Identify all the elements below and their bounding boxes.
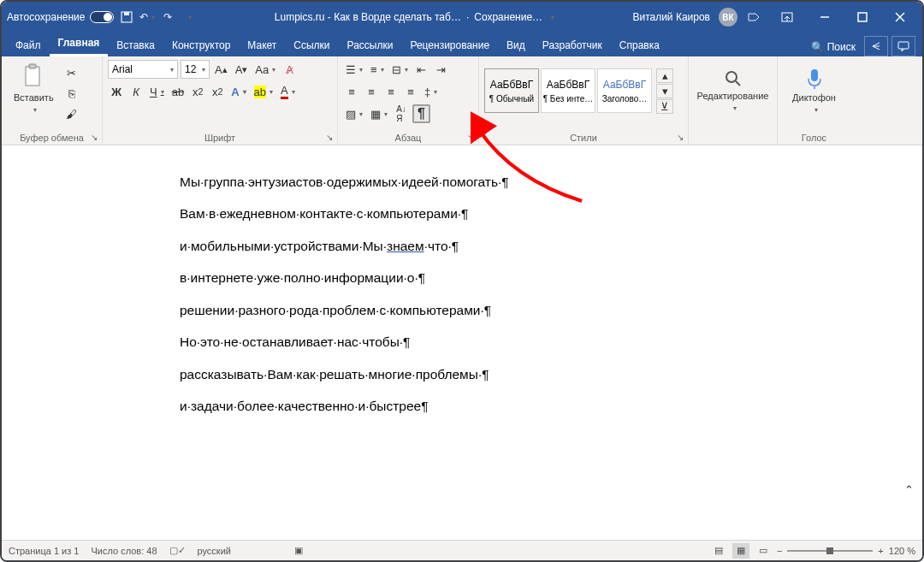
comments-button[interactable] (891, 36, 915, 56)
ribbon-tabs: Файл Главная Вставка Конструктор Макет С… (2, 33, 922, 56)
spellcheck-icon[interactable]: ▢✓ (169, 545, 186, 556)
increase-indent-button[interactable]: ⇥ (433, 60, 450, 79)
print-layout-button[interactable]: ▦ (732, 543, 749, 559)
font-dialog-launcher[interactable]: ↘ (323, 131, 335, 143)
font-size-select[interactable]: 12▾ (181, 60, 210, 79)
numbering-button[interactable]: ≡▾ (368, 60, 387, 79)
editing-button[interactable]: Редактирование ▾ (694, 60, 772, 121)
svg-rect-4 (858, 13, 867, 21)
ribbon-group-font: Arial▾ 12▾ A▴ A▾ Aa▾ A̷ Ж К Ч▾ ab x2 x2 … (103, 56, 338, 145)
justify-button[interactable]: ≡ (402, 82, 419, 101)
grow-font-button[interactable]: A▴ (212, 60, 230, 79)
document-area[interactable]: Мы·группа·энтузиастов·одержимых·идеей·по… (2, 145, 922, 546)
dictate-button[interactable]: Диктофон ▾ (783, 60, 845, 121)
copy-button[interactable]: ⎘ (63, 84, 80, 103)
tab-developer[interactable]: Разработчик (534, 34, 611, 56)
tab-insert[interactable]: Вставка (108, 34, 163, 56)
minimize-button[interactable] (808, 2, 842, 33)
styles-more[interactable]: ⊻ (656, 99, 673, 114)
strikethrough-button[interactable]: ab (169, 82, 187, 101)
web-layout-button[interactable]: ▭ (755, 543, 772, 559)
style-normal[interactable]: АаБбВвГ ¶ Обычный (484, 68, 539, 113)
underline-button[interactable]: Ч▾ (147, 82, 167, 101)
tab-design[interactable]: Конструктор (163, 34, 239, 56)
cut-button[interactable]: ✂ (63, 63, 80, 82)
search-box[interactable]: 🔍 Поиск (804, 38, 862, 56)
language-indicator[interactable]: русский (198, 546, 231, 556)
ribbon-display-icon[interactable] (770, 2, 804, 33)
tab-mailings[interactable]: Рассылки (339, 34, 402, 56)
tab-view[interactable]: Вид (498, 34, 534, 56)
italic-button[interactable]: К (127, 82, 145, 101)
format-painter-button[interactable]: 🖌 (63, 104, 80, 123)
user-avatar[interactable]: ВК (719, 8, 737, 27)
clipboard-dialog-launcher[interactable]: ↘ (88, 131, 100, 143)
page-indicator[interactable]: Страница 1 из 1 (9, 546, 79, 556)
show-hide-formatting-button[interactable]: ¶ (412, 104, 430, 123)
sort-button[interactable]: А↓Я (393, 104, 410, 123)
zoom-in-button[interactable]: + (878, 546, 883, 556)
autosave-switch[interactable] (90, 11, 114, 23)
bullets-button[interactable]: ☰▾ (343, 60, 365, 79)
align-right-button[interactable]: ≡ (382, 82, 400, 101)
tab-references[interactable]: Ссылки (285, 34, 338, 56)
text-line[interactable]: решении·разного·рода·проблем·с·компьютер… (180, 298, 744, 322)
borders-button[interactable]: ▦▾ (368, 104, 390, 123)
align-center-button[interactable]: ≡ (363, 82, 380, 101)
redo-icon[interactable]: ↷ (160, 9, 175, 25)
text-line[interactable]: Вам·в·ежедневном·контакте·с·компьютерами… (180, 201, 744, 226)
text-line[interactable]: Мы·группа·энтузиастов·одержимых·идеей·по… (180, 169, 744, 194)
line-spacing-button[interactable]: ‡▾ (422, 82, 440, 101)
tab-help[interactable]: Справка (611, 34, 668, 56)
font-name-select[interactable]: Arial▾ (108, 60, 178, 79)
undo-icon[interactable]: ↶▾ (139, 9, 155, 25)
tab-review[interactable]: Рецензирование (401, 34, 498, 56)
text-line[interactable]: рассказывать·Вам·как·решать·многие·пробл… (180, 362, 744, 387)
autosave-toggle[interactable]: Автосохранение (7, 11, 114, 23)
superscript-button[interactable]: x2 (209, 82, 226, 101)
zoom-level[interactable]: 120 % (889, 546, 915, 556)
text-line[interactable]: в·интернете·уже·полно·информации·о·¶ (180, 265, 744, 290)
highlight-button[interactable]: ab▾ (252, 82, 275, 101)
decrease-indent-button[interactable]: ⇤ (413, 60, 430, 79)
shading-button[interactable]: ▨▾ (343, 104, 365, 123)
clear-formatting-button[interactable]: A̷ (281, 60, 298, 79)
text-line[interactable]: и·задачи·более·качественно·и·быстрее¶ (180, 393, 744, 418)
tab-home[interactable]: Главная (50, 32, 109, 56)
style-no-spacing[interactable]: АаБбВвГ ¶ Без инте… (541, 68, 595, 113)
coming-soon-icon[interactable] (746, 9, 761, 25)
save-status: Сохранение… (474, 11, 542, 23)
share-button[interactable] (864, 36, 888, 56)
styles-dialog-launcher[interactable]: ↘ (674, 131, 686, 143)
style-heading1[interactable]: АаБбВвГ Заголово… (597, 68, 652, 113)
multilevel-list-button[interactable]: ⊟▾ (389, 60, 411, 79)
paragraph-dialog-launcher[interactable]: ↘ (465, 131, 477, 143)
maximize-button[interactable] (845, 2, 880, 33)
macro-recorder-icon[interactable]: ▣ (294, 545, 303, 556)
paragraph-group-label: Абзац (343, 131, 473, 145)
search-icon: 🔍 (811, 41, 824, 53)
read-mode-button[interactable]: ▤ (710, 543, 727, 559)
qat-more-icon[interactable]: ▾ (181, 9, 196, 25)
paste-button[interactable]: Вставить ▾ (7, 60, 61, 117)
close-button[interactable] (883, 2, 917, 33)
font-color-button[interactable]: A▾ (278, 82, 298, 101)
styles-scroll-down[interactable]: ▾ (656, 84, 673, 98)
align-left-button[interactable]: ≡ (343, 82, 360, 101)
text-effects-button[interactable]: A▾ (228, 82, 248, 101)
save-icon[interactable] (119, 9, 134, 25)
styles-scroll-up[interactable]: ▴ (656, 68, 673, 83)
bold-button[interactable]: Ж (108, 82, 125, 101)
text-line[interactable]: Но·это·не·останавливает·нас·чтобы·¶ (180, 329, 744, 354)
text-line[interactable]: и·мобильными·устройствами·Мы·знаем·что·¶ (180, 234, 744, 258)
subscript-button[interactable]: x2 (189, 82, 206, 101)
word-count[interactable]: Число слов: 48 (91, 546, 157, 556)
page-content[interactable]: Мы·группа·энтузиастов·одержимых·идеей·по… (180, 169, 744, 546)
change-case-button[interactable]: Aa▾ (252, 60, 278, 79)
shrink-font-button[interactable]: A▾ (233, 60, 251, 79)
tab-layout[interactable]: Макет (239, 34, 285, 56)
tab-file[interactable]: Файл (7, 34, 50, 56)
collapse-ribbon-button[interactable]: ⌃ (900, 480, 917, 499)
zoom-out-button[interactable]: − (777, 546, 782, 556)
zoom-slider[interactable] (787, 550, 873, 552)
